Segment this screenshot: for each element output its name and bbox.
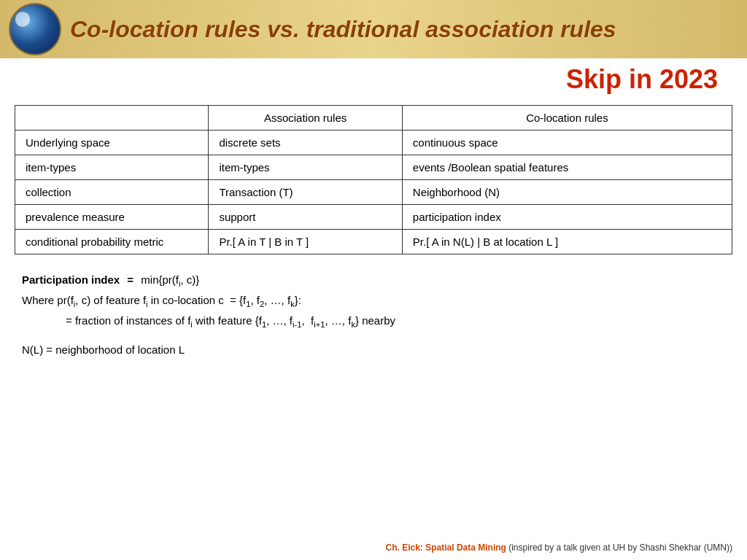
table-row: item-typesitem-typesevents /Boolean spat… (15, 155, 732, 180)
row-coloc: continuous space (402, 131, 732, 155)
comparison-table-container: Association rules Co-location rules Unde… (0, 98, 747, 263)
row-assoc: Pr.[ A in T | B in T ] (209, 230, 402, 254)
header: Co-location rules vs. traditional associ… (0, 0, 747, 58)
table-row: Underlying spacediscrete setscontinuous … (15, 131, 732, 155)
row-label: collection (15, 180, 209, 205)
row-label: prevalence measure (15, 205, 209, 230)
table-row: conditional probability metricPr.[ A in … (15, 230, 732, 254)
row-assoc: Transaction (T) (209, 180, 402, 205)
footer-author: Ch. Eick: Spatial Data Mining (386, 542, 506, 553)
globe-icon (9, 3, 61, 55)
row-assoc: support (209, 205, 402, 230)
pi-equals: = (124, 271, 136, 289)
col-empty-header (15, 106, 209, 131)
table-row: collectionTransaction (T)Neighborhood (N… (15, 180, 732, 205)
row-coloc: events /Boolean spatial features (402, 155, 732, 180)
skip-text: Skip in 2023 (566, 64, 718, 94)
participation-index-line: Participation index = min{pr(fi, c)} (22, 271, 725, 291)
table-body: Underlying spacediscrete setscontinuous … (15, 131, 732, 254)
footer-rest: (inspired by a talk given at UH by Shash… (506, 542, 732, 553)
where-text: Where pr(fi, c) of feature fi in co-loca… (22, 291, 301, 311)
table-row: prevalence measuresupportparticipation i… (15, 205, 732, 230)
pi-formula: min{pr(fi, c)} (141, 271, 199, 291)
row-coloc: Neighborhood (N) (402, 180, 732, 205)
row-coloc: participation index (402, 205, 732, 230)
pi-label: Participation index (22, 271, 120, 289)
col-assoc-header: Association rules (209, 106, 402, 131)
row-label: conditional probability metric (15, 230, 209, 254)
table-header-row: Association rules Co-location rules (15, 106, 732, 131)
col-coloc-header: Co-location rules (402, 106, 732, 131)
row-label: item-types (15, 155, 209, 180)
row-assoc: item-types (209, 155, 402, 180)
row-assoc: discrete sets (209, 131, 402, 155)
footer: Ch. Eick: Spatial Data Mining (inspired … (386, 542, 732, 553)
where-line: Where pr(fi, c) of feature fi in co-loca… (22, 291, 725, 311)
page-title: Co-location rules vs. traditional associ… (70, 16, 616, 43)
content-section: Participation index = min{pr(fi, c)} Whe… (0, 263, 747, 367)
fraction-line: = fraction of instances of fi with featu… (22, 311, 725, 332)
skip-section: Skip in 2023 (0, 58, 747, 98)
comparison-table: Association rules Co-location rules Unde… (15, 105, 732, 254)
row-coloc: Pr.[ A in N(L) | B at location L ] (402, 230, 732, 254)
row-label: Underlying space (15, 131, 209, 155)
nl-line: N(L) = neighborhood of location L (22, 341, 725, 359)
nl-text: N(L) = neighborhood of location L (22, 343, 185, 356)
fraction-text: = fraction of instances of fi with featu… (66, 311, 395, 332)
